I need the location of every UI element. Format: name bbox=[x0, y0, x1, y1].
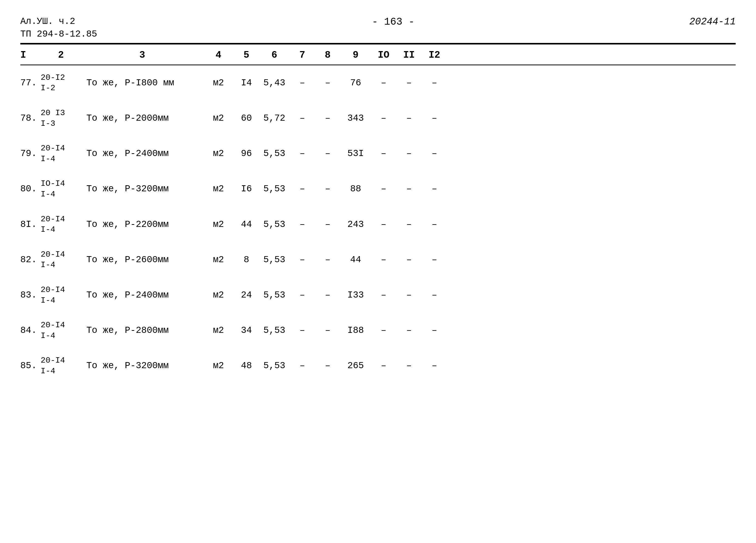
row-8-c11: – bbox=[396, 325, 422, 336]
row-1-price: 5,43 bbox=[259, 78, 290, 88]
header-left: Ал.УШ. ч.2 ТП 294-8-12.85 bbox=[20, 15, 97, 41]
header-doc-number: 20244-11 bbox=[689, 15, 736, 27]
row-9-c11: – bbox=[396, 361, 422, 371]
row-8-c10: – bbox=[371, 325, 396, 336]
row-9-c10: – bbox=[371, 361, 396, 371]
row-6-desc: То же, Р-2600мм bbox=[81, 255, 203, 265]
col-header-12: I2 bbox=[422, 50, 447, 60]
table-row: 85.20-I4I-4То же, Р-3200ммм2485,53––265–… bbox=[20, 348, 736, 383]
row-1-qty: I4 bbox=[234, 78, 259, 88]
row-3-c8: – bbox=[315, 148, 340, 159]
row-5-c12: – bbox=[422, 219, 447, 230]
row-9-price: 5,53 bbox=[259, 361, 290, 371]
row-5-c11: – bbox=[396, 219, 422, 230]
row-9-c12: – bbox=[422, 361, 447, 371]
row-2-desc: То же, Р-2000мм bbox=[81, 113, 203, 123]
row-6-qty: 8 bbox=[234, 255, 259, 265]
row-4-c11: – bbox=[396, 184, 422, 194]
row-5-desc: То же, Р-2200мм bbox=[81, 219, 203, 230]
row-2-qty: 60 bbox=[234, 113, 259, 123]
row-2-c11: – bbox=[396, 113, 422, 123]
row-8-c8: – bbox=[315, 325, 340, 336]
table-row: 83.20-I4I-4То же, Р-2400ммм2245,53––I33–… bbox=[20, 277, 736, 313]
header-page-number: - 163 - bbox=[372, 15, 415, 28]
row-9-num: 85. bbox=[20, 361, 41, 371]
row-1-desc: То же, Р-I800 мм bbox=[81, 78, 203, 88]
col-header-10: IO bbox=[371, 50, 396, 60]
page-header: Ал.УШ. ч.2 ТП 294-8-12.85 - 163 - 20244-… bbox=[20, 15, 736, 41]
row-4-c12: – bbox=[422, 184, 447, 194]
row-3-code: 20-I4I-4 bbox=[41, 143, 81, 164]
row-2-c8: – bbox=[315, 113, 340, 123]
row-6-c7: – bbox=[290, 255, 315, 265]
row-6-c9: 44 bbox=[340, 255, 371, 265]
row-4-unit: м2 bbox=[203, 184, 234, 194]
row-1-c7: – bbox=[290, 78, 315, 88]
row-3-c9: 53I bbox=[340, 148, 371, 159]
row-4-c9: 88 bbox=[340, 184, 371, 194]
col-header-5: 5 bbox=[234, 50, 259, 60]
col-header-11: II bbox=[396, 50, 422, 60]
row-3-desc: То же, Р-2400мм bbox=[81, 148, 203, 159]
table-row: 8I.20-I4I-4То же, Р-2200ммм2445,53––243–… bbox=[20, 207, 736, 242]
table-row: 79.20-I4I-4То же, Р-2400ммм2965,53––53I–… bbox=[20, 136, 736, 171]
row-1-c8: – bbox=[315, 78, 340, 88]
row-8-c9: I88 bbox=[340, 325, 371, 336]
row-1-c12: – bbox=[422, 78, 447, 88]
row-5-price: 5,53 bbox=[259, 219, 290, 230]
row-4-c10: – bbox=[371, 184, 396, 194]
row-5-c7: – bbox=[290, 219, 315, 230]
row-7-qty: 24 bbox=[234, 290, 259, 300]
col-header-2: 2 bbox=[41, 50, 81, 60]
row-8-qty: 34 bbox=[234, 325, 259, 336]
row-7-unit: м2 bbox=[203, 290, 234, 300]
col-header-1: I bbox=[20, 50, 41, 60]
header-title-line1: Ал.УШ. ч.2 bbox=[20, 15, 97, 28]
row-4-qty: I6 bbox=[234, 184, 259, 194]
row-6-price: 5,53 bbox=[259, 255, 290, 265]
table-row: 84.20-I4I-4То же, Р-2800ммм2345,53––I88–… bbox=[20, 313, 736, 348]
row-8-price: 5,53 bbox=[259, 325, 290, 336]
row-1-c10: – bbox=[371, 78, 396, 88]
row-7-c11: – bbox=[396, 290, 422, 300]
row-2-unit: м2 bbox=[203, 113, 234, 123]
row-6-code: 20-I4I-4 bbox=[41, 249, 81, 270]
row-8-unit: м2 bbox=[203, 325, 234, 336]
row-6-num: 82. bbox=[20, 255, 41, 265]
row-7-c10: – bbox=[371, 290, 396, 300]
row-2-c12: – bbox=[422, 113, 447, 123]
row-6-c12: – bbox=[422, 255, 447, 265]
row-1-c11: – bbox=[396, 78, 422, 88]
table-row: 78.20 I3I-3То же, Р-2000ммм2605,72––343–… bbox=[20, 101, 736, 136]
row-4-code: IO-I4I-4 bbox=[41, 178, 81, 199]
row-2-c10: – bbox=[371, 113, 396, 123]
col-header-4: 4 bbox=[203, 50, 234, 60]
row-4-num: 80. bbox=[20, 184, 41, 194]
row-7-price: 5,53 bbox=[259, 290, 290, 300]
row-3-c10: – bbox=[371, 148, 396, 159]
row-7-desc: То же, Р-2400мм bbox=[81, 290, 203, 300]
row-1-code: 20-I2I-2 bbox=[41, 72, 81, 94]
column-headers: I 2 3 4 5 6 7 8 9 IO II I2 bbox=[20, 44, 736, 65]
row-9-code: 20-I4I-4 bbox=[41, 355, 81, 376]
row-4-desc: То же, Р-3200мм bbox=[81, 184, 203, 194]
col-header-7: 7 bbox=[290, 50, 315, 60]
col-header-8: 8 bbox=[315, 50, 340, 60]
row-2-price: 5,72 bbox=[259, 113, 290, 123]
row-2-c9: 343 bbox=[340, 113, 371, 123]
row-9-c9: 265 bbox=[340, 361, 371, 371]
header-title-line2: ТП 294-8-12.85 bbox=[20, 28, 97, 41]
row-7-code: 20-I4I-4 bbox=[41, 285, 81, 306]
row-5-num: 8I. bbox=[20, 219, 41, 230]
row-7-c9: I33 bbox=[340, 290, 371, 300]
row-2-c7: – bbox=[290, 113, 315, 123]
table-row: 80.IO-I4I-4То же, Р-3200ммм2I65,53––88––… bbox=[20, 171, 736, 207]
row-9-unit: м2 bbox=[203, 361, 234, 371]
row-3-num: 79. bbox=[20, 148, 41, 159]
row-3-c7: – bbox=[290, 148, 315, 159]
row-2-code: 20 I3I-3 bbox=[41, 108, 81, 129]
row-3-qty: 96 bbox=[234, 148, 259, 159]
row-4-c7: – bbox=[290, 184, 315, 194]
row-8-c7: – bbox=[290, 325, 315, 336]
row-1-num: 77. bbox=[20, 78, 41, 88]
